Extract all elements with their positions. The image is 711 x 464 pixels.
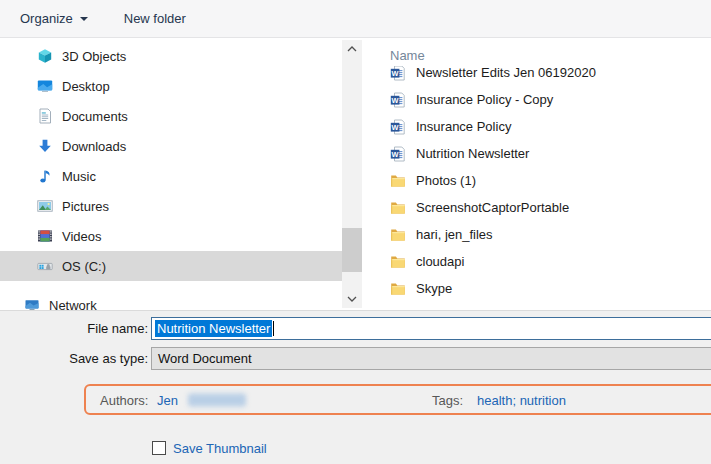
3d-objects-icon <box>37 48 53 64</box>
file-item-nutrition-newsletter-label: Nutrition Newsletter <box>416 146 529 161</box>
sidebar-item-3d-objects-label: 3D Objects <box>62 49 126 64</box>
file-item-insurance-policy-label: Insurance Policy <box>416 119 511 134</box>
file-item-newsletter-edits-jen-06192020-label: Newsletter Edits Jen 06192020 <box>416 66 596 80</box>
sidebar-item-downloads-label: Downloads <box>62 139 126 154</box>
file-item-nutrition-newsletter[interactable]: WNutrition Newsletter <box>368 140 711 167</box>
file-list-pane: Name WNewsletter Edits Jen 06192020WInsu… <box>368 39 711 310</box>
save-thumbnail-checkbox[interactable] <box>152 441 166 455</box>
save-as-type-select[interactable]: Word Document <box>151 347 711 370</box>
folder-icon <box>390 200 406 216</box>
sidebar-item-network[interactable]: Network <box>0 290 342 310</box>
svg-text:W: W <box>392 122 399 131</box>
file-item-skype-label: Skype <box>416 281 452 296</box>
file-item-insurance-policy-copy-label: Insurance Policy - Copy <box>416 92 553 107</box>
sidebar-item-desktop-label: Desktop <box>62 79 110 94</box>
new-folder-button-label: New folder <box>124 11 186 26</box>
sidebar-item-network-label: Network <box>49 298 97 311</box>
file-item-screenshotcaptorportable[interactable]: ScreenshotCaptorPortable <box>368 194 711 221</box>
file-item-hari-jen-files-label: hari, jen_files <box>416 227 493 242</box>
folder-icon <box>390 254 406 270</box>
file-item-cloudapi-label: cloudapi <box>416 254 464 269</box>
scrollbar-thumb[interactable] <box>342 228 362 272</box>
file-item-photos-1[interactable]: Photos (1) <box>368 167 711 194</box>
file-item-newsletter-edits-jen-06192020[interactable]: WNewsletter Edits Jen 06192020 <box>368 66 711 86</box>
tags-value[interactable]: health; nutrition <box>477 392 566 407</box>
file-name-label: File name: <box>0 321 148 336</box>
word-file-icon: W <box>390 92 406 108</box>
file-item-cloudapi[interactable]: cloudapi <box>368 248 711 275</box>
save-thumbnail-label[interactable]: Save Thumbnail <box>173 441 267 456</box>
downloads-icon <box>37 138 53 154</box>
sidebar-item-documents-label: Documents <box>62 109 128 124</box>
text-caret <box>273 321 274 336</box>
svg-text:W: W <box>392 149 399 158</box>
sidebar-item-pictures[interactable]: Pictures <box>0 191 342 221</box>
file-item-hari-jen-files[interactable]: hari, jen_files <box>368 221 711 248</box>
file-name-input[interactable]: Nutrition Newsletter <box>151 317 711 340</box>
command-toolbar: Organize New folder <box>0 0 711 38</box>
sidebar-item-videos-label: Videos <box>62 229 102 244</box>
sidebar-item-documents[interactable]: Documents <box>0 101 342 131</box>
scroll-up-arrow-icon[interactable] <box>342 41 362 57</box>
word-file-icon: W <box>390 146 406 162</box>
authors-label: Authors: <box>100 392 148 407</box>
sidebar-item-downloads[interactable]: Downloads <box>0 131 342 161</box>
redacted-author-surname <box>188 393 246 406</box>
word-file-icon: W <box>390 66 406 81</box>
folder-icon <box>390 173 406 189</box>
sidebar-scrollbar[interactable] <box>342 40 362 308</box>
save-as-dialog: Organize New folder 3D ObjectsDesktopDoc… <box>0 0 711 464</box>
metadata-highlight-box: Authors: Jen Tags: health; nutrition <box>84 384 711 415</box>
sidebar-item-os-c[interactable]: OS (C:) <box>0 251 342 281</box>
column-header-name[interactable]: Name <box>390 48 425 63</box>
folder-icon <box>390 281 406 297</box>
file-list: WNewsletter Edits Jen 06192020WInsurance… <box>368 66 711 310</box>
sidebar-item-pictures-label: Pictures <box>62 199 109 214</box>
file-item-skype[interactable]: Skype <box>368 275 711 302</box>
file-item-insurance-policy[interactable]: WInsurance Policy <box>368 113 711 140</box>
videos-icon <box>37 228 53 244</box>
network-icon <box>24 297 40 310</box>
authors-value[interactable]: Jen <box>157 392 178 407</box>
documents-icon <box>37 108 53 124</box>
desktop-icon <box>37 78 53 94</box>
browser-area: 3D ObjectsDesktopDocumentsDownloadsMusic… <box>0 39 711 310</box>
file-item-screenshotcaptorportable-label: ScreenshotCaptorPortable <box>416 200 569 215</box>
sidebar-item-videos[interactable]: Videos <box>0 221 342 251</box>
sidebar-item-music[interactable]: Music <box>0 161 342 191</box>
sidebar-item-desktop[interactable]: Desktop <box>0 71 342 101</box>
new-folder-button[interactable]: New folder <box>118 0 192 37</box>
file-item-insurance-policy-copy[interactable]: WInsurance Policy - Copy <box>368 86 711 113</box>
os-drive-icon <box>37 258 53 274</box>
save-as-type-label: Save as type: <box>0 351 148 366</box>
save-as-type-value: Word Document <box>158 351 252 366</box>
navigation-pane: 3D ObjectsDesktopDocumentsDownloadsMusic… <box>0 39 342 310</box>
svg-text:W: W <box>392 95 399 104</box>
word-file-icon: W <box>390 119 406 135</box>
scroll-down-arrow-icon[interactable] <box>342 291 362 307</box>
organize-button[interactable]: Organize <box>14 0 94 37</box>
file-item-photos-1-label: Photos (1) <box>416 173 476 188</box>
sidebar-item-os-c-label: OS (C:) <box>62 259 106 274</box>
file-name-selected-text: Nutrition Newsletter <box>155 320 272 337</box>
tags-label: Tags: <box>432 392 463 407</box>
folder-icon <box>390 227 406 243</box>
sidebar-item-music-label: Music <box>62 169 96 184</box>
organize-button-label: Organize <box>20 11 73 26</box>
svg-text:W: W <box>392 68 399 77</box>
music-icon <box>37 168 53 184</box>
sidebar-item-3d-objects[interactable]: 3D Objects <box>0 41 342 71</box>
save-options-panel: File name: Nutrition Newsletter Save as … <box>0 310 711 464</box>
pictures-icon <box>37 198 53 214</box>
chevron-down-icon <box>80 17 88 21</box>
